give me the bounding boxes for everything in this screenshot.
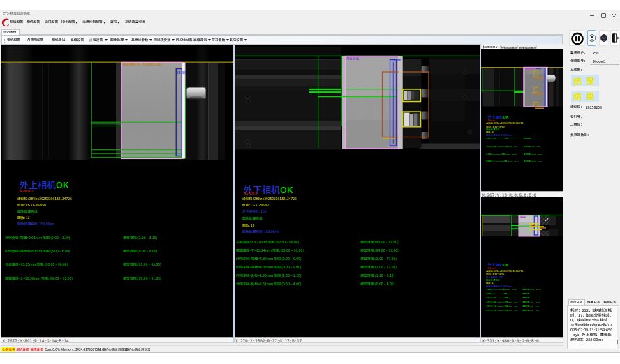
measure-row: 正极宽度=83.77mm 范围:(82.00 ~ 88.00) [236, 241, 362, 248]
menu-item[interactable]: IO卡配置 [61, 20, 75, 24]
titlebar: CYS-视觉检测系统 [0, 10, 620, 17]
log-scrollbar-thumb[interactable] [617, 340, 619, 344]
camera-result-title: 外上相机OK [20, 180, 68, 189]
chevron-down-icon [117, 22, 120, 24]
camera-panel-lower[interactable]: AI检测框 23.86 外下相机OK NG光源:0 虚拟码:Offline202… [235, 45, 480, 337]
ai-box-label: AI检测框 [346, 57, 371, 63]
app-logo-icon [1, 17, 10, 27]
alarm-range: 报警范围:(0.00 ~ 8.00) [524, 146, 557, 149]
tab-run-image[interactable]: 运行图像 [1, 29, 20, 36]
threshold-overlay: 静态阈值:93, 动态阈值:100 [123, 63, 201, 69]
menu-item[interactable]: 系统配置 [10, 20, 23, 24]
model-value[interactable]: Model1 [593, 59, 606, 63]
total-result-label: 总结果： [570, 68, 584, 72]
tool-item[interactable]: 图像处理 [110, 38, 124, 42]
tab-result-log[interactable]: 结果日志 [586, 300, 602, 305]
qr-code-label: 二维码： [570, 123, 584, 126]
menu-item[interactable]: 系统语言切换 [125, 20, 145, 24]
user-icon [588, 31, 596, 45]
minimize-button[interactable] [590, 15, 594, 16]
ng-upper-statusbar: X:267;Y:13;R:0;G:0;B:0 [481, 191, 564, 198]
result-display-2: 结 果 [571, 91, 599, 102]
tool-item[interactable]: 基准线参数 [131, 38, 148, 42]
toolbar-grip [4, 38, 6, 43]
camera-panel-upper[interactable]: 静态阈值:93, 动态阈值:100 53.88 外上相机OK NG光源:1 虚拟… [1, 45, 233, 337]
chevron-down-icon [226, 39, 229, 41]
menu-item[interactable]: 光源控制配置 [82, 20, 103, 24]
alarm-range: 报警范围:(81.00 ~ 85.00) [123, 263, 200, 270]
login-user-button[interactable] [587, 30, 596, 46]
ng-light-label: NG光源:1 [20, 190, 47, 196]
measure-row: 内侧正极-负极=1.90mm 范围:(1.00 ~ 2.20) [236, 274, 367, 281]
alarm-range: 报警范围:(0.00 ~ 8.00) [123, 250, 191, 257]
alarm-range: 报警范围:(81.00 ~ 85.00) [524, 153, 561, 157]
alarm-range: 报警范围:(2.20 ~ 3.30) [123, 236, 191, 243]
measure-row: 负极宽度=83.05mm 范围:(80.00 ~ 86.00) [5, 263, 131, 270]
alarm-range: 报警范围:(2.20 ~ 3.30) [524, 138, 557, 142]
menu-item[interactable]: 相机配置 [27, 20, 40, 24]
vcode-label: 虚拟码： [570, 105, 584, 109]
result-display-1: 结 果 [571, 75, 599, 86]
tool-item[interactable]: 点检设置 [89, 38, 103, 42]
alarm-range: 报警范围:(1.10 ~ 2.10) [360, 274, 429, 281]
alarm-range: 报警范围:(2.00 ~ 77.00) [360, 266, 433, 273]
elapsed-overlay: 图像处理耗时: 183.00ms [242, 230, 316, 237]
user-dark-icon [600, 31, 608, 45]
tab-alarm-log[interactable]: 报警日志 [603, 300, 618, 305]
chevron-down-icon [103, 22, 106, 24]
gap-value-overlay: 53.88 [177, 70, 195, 77]
alarm-range: 报警范围:(2.00 ~ 77.00) [360, 257, 433, 264]
tool-item[interactable]: 相机配置 [7, 38, 20, 42]
alarm-range: 报警范围:(0.60 ~ 4.00) [360, 282, 429, 289]
tab-count-label: 负极耳数量： [570, 133, 591, 137]
chevron-down-icon [172, 39, 175, 41]
log-panel[interactable]: 耗时：222，缺陷检测耗时：17，缺陷分类耗时：0，缺陷提取分区耗时：显示图像提… [567, 305, 619, 349]
tab-run-log[interactable]: 运行日志 [568, 299, 585, 305]
tool-item[interactable]: 其它设置 [230, 38, 243, 42]
measure-row: 内侧负极-隔膜=4.60mm 范围:(3.00 ~ 6.00) [5, 250, 135, 257]
pause-icon [570, 31, 585, 47]
tool-item[interactable]: 相机调试 [52, 38, 65, 42]
chevron-down-icon [125, 39, 128, 41]
tool-item[interactable]: PLC地址表 [176, 38, 192, 42]
exit-button[interactable] [610, 30, 619, 46]
alarm-range: 报警范围:(89.00 ~ 91.00) [123, 277, 200, 284]
ng-image-panel-lower[interactable]: 外下相机OK NG光源:0 虚拟码:Offline202502081331347… [481, 198, 564, 336]
login-user-value[interactable]: cys [593, 51, 599, 54]
log-text: 耗时：222，缺陷检测耗时：17，缺陷分类耗时：0，缺陷提取分区耗时：显示图像提… [570, 308, 614, 342]
measure-row: 外侧负极-隔膜=2.91mm 范围:(2.00 ~ 3.50) [5, 236, 135, 243]
measure-row: 内侧正极-隔膜=4.38mm 范围:(0.00 ~ 9.00) [236, 266, 367, 273]
tool-item[interactable]: 高级调试 [193, 38, 207, 42]
measure-row: 外侧正极-负极=2.61mm 范围:(0.60 ~ 4.00) [236, 282, 367, 289]
upper-camera-statusbar: X:7677;Y:891;R:14;G:14;B:14 [1, 337, 233, 344]
chevron-down-icon [75, 22, 78, 24]
tool-item[interactable]: 学习参数 [212, 38, 225, 42]
ng-image-panel-upper[interactable]: 外上相机OK NG光源:1 虚拟码:Offline202502081331347… [481, 49, 564, 190]
tool-item[interactable]: 测试项参数 [154, 38, 170, 42]
menu-item[interactable]: 查看 [110, 20, 117, 24]
tab-detect-box-1 [402, 89, 420, 102]
alarm-range: 报警范围:(83.00 ~ 87.00) [360, 241, 437, 248]
chevron-down-icon [149, 39, 152, 41]
measure-row: 隔膜宽度-上=90.56mm 范围:(88.00 ~ 92.00) [5, 277, 140, 284]
elapsed-overlay: 图像处理耗时: 258.00ms [17, 222, 91, 229]
chevron-down-icon [208, 39, 211, 41]
logout-user-button[interactable] [599, 30, 607, 46]
tool-item[interactable]: AI使用配置 [27, 38, 44, 42]
cam-down-heartbeat-text: 下相机心跳检测正常 [121, 347, 182, 356]
vcode-value: 20250208 [586, 105, 602, 109]
roller-object [187, 87, 206, 99]
tool-item[interactable]: 高级设置 [71, 38, 84, 42]
measure-row: 外侧正极-隔膜=4.38mm 范围:(0.00 ~ 9.00) [236, 257, 367, 264]
window-title: CYS-视觉检测系统 [3, 12, 30, 15]
measure-row: 隔膜宽度-下=95.24mm 范围:(93.00 ~ 98.00) [236, 249, 371, 256]
alarm-range: 报警范围:(94.00 ~ 97.00) [360, 249, 437, 256]
bottom-groove [1, 345, 619, 346]
alarm-range: 报警范围:(0.60 ~ 4.00) [522, 310, 556, 313]
chevron-down-icon [105, 39, 108, 41]
menu-item[interactable]: 通讯配置 [45, 20, 58, 24]
lower-camera-statusbar: X:270;Y:2502;R:17;G:17;B:17 [235, 337, 480, 344]
ng-lower-statusbar: X:311;Y:980;R:0;G:0;B:0 [481, 337, 564, 344]
model-label: 使用型号： [570, 59, 587, 63]
pause-button[interactable] [569, 30, 584, 46]
